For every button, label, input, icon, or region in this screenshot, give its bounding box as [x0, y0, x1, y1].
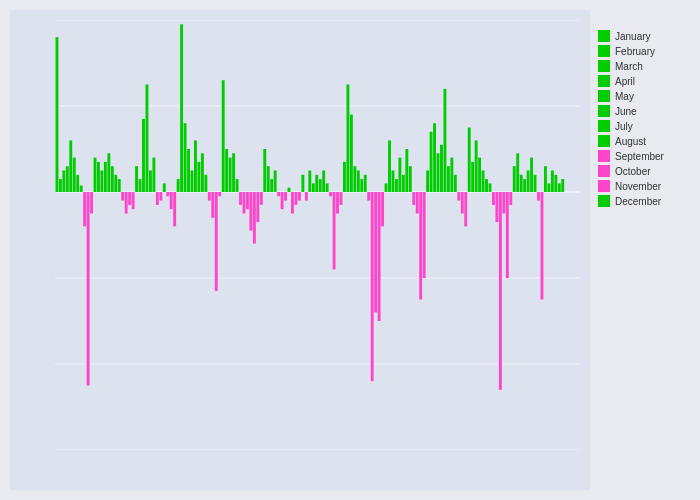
svg-rect-69	[229, 158, 232, 192]
legend-color-march	[598, 60, 610, 72]
legend-item-may: May	[598, 90, 690, 102]
svg-rect-21	[62, 171, 65, 193]
svg-rect-36	[114, 175, 117, 192]
svg-rect-30	[94, 158, 97, 192]
svg-rect-158	[537, 192, 540, 201]
svg-rect-76	[253, 192, 256, 244]
svg-rect-136	[461, 192, 464, 214]
svg-rect-165	[561, 179, 564, 192]
svg-rect-164	[558, 183, 561, 192]
chart-legend: January February March April May June	[590, 25, 690, 212]
svg-rect-132	[447, 166, 450, 192]
svg-rect-152	[516, 153, 519, 192]
svg-rect-113	[381, 192, 384, 226]
svg-rect-74	[246, 192, 249, 209]
svg-rect-150	[509, 192, 512, 205]
legend-label-october: October	[615, 166, 651, 177]
svg-rect-53	[173, 192, 176, 226]
svg-rect-161	[547, 183, 550, 192]
legend-label-may: May	[615, 91, 634, 102]
legend-label-april: April	[615, 76, 635, 87]
legend-color-october	[598, 165, 610, 177]
svg-rect-159	[541, 192, 544, 300]
svg-rect-81	[270, 179, 273, 192]
svg-rect-115	[388, 140, 391, 192]
svg-rect-106	[357, 171, 360, 193]
svg-rect-94	[315, 175, 318, 192]
legend-label-september: September	[615, 151, 664, 162]
svg-rect-61	[201, 153, 204, 192]
svg-rect-23	[69, 140, 72, 192]
svg-rect-95	[319, 179, 322, 192]
svg-rect-137	[464, 192, 467, 226]
legend-color-september	[598, 150, 610, 162]
bar-chart-svg: 4 2 0 −2 −4	[55, 20, 580, 450]
svg-rect-50	[163, 183, 166, 192]
svg-rect-49	[159, 192, 162, 201]
svg-rect-51	[166, 192, 169, 196]
svg-rect-54	[177, 179, 180, 192]
svg-rect-32	[100, 171, 103, 193]
legend-color-february	[598, 45, 610, 57]
svg-rect-98	[329, 192, 332, 196]
svg-rect-90	[301, 175, 304, 192]
svg-rect-111	[374, 192, 377, 312]
svg-rect-63	[208, 192, 211, 201]
legend-item-january: January	[598, 30, 690, 42]
svg-rect-46	[149, 171, 152, 193]
svg-rect-143	[485, 179, 488, 192]
svg-rect-114	[385, 183, 388, 192]
svg-rect-153	[520, 175, 523, 192]
legend-item-october: October	[598, 165, 690, 177]
svg-rect-72	[239, 192, 242, 205]
svg-rect-107	[360, 179, 363, 192]
svg-rect-145	[492, 192, 495, 205]
legend-item-november: November	[598, 180, 690, 192]
grid-area: 4 2 0 −2 −4	[55, 20, 580, 450]
svg-rect-117	[395, 179, 398, 192]
legend-item-july: July	[598, 120, 690, 132]
svg-rect-133	[450, 158, 453, 192]
legend-label-february: February	[615, 46, 655, 57]
svg-rect-139	[471, 162, 474, 192]
svg-rect-56	[184, 123, 187, 192]
svg-rect-89	[298, 192, 301, 201]
svg-rect-128	[433, 123, 436, 192]
svg-rect-144	[489, 183, 492, 192]
svg-rect-62	[204, 175, 207, 192]
svg-rect-147	[499, 192, 502, 390]
legend-color-december	[598, 195, 610, 207]
svg-rect-125	[423, 192, 426, 278]
svg-rect-96	[322, 171, 325, 193]
svg-rect-27	[83, 192, 86, 226]
legend-label-june: June	[615, 106, 637, 117]
svg-rect-121	[409, 166, 412, 192]
svg-rect-52	[170, 192, 173, 209]
svg-rect-109	[367, 192, 370, 201]
svg-rect-59	[194, 140, 197, 192]
legend-label-july: July	[615, 121, 633, 132]
svg-rect-149	[506, 192, 509, 278]
svg-rect-28	[87, 192, 90, 386]
legend-color-january	[598, 30, 610, 42]
svg-rect-31	[97, 162, 100, 192]
svg-rect-142	[482, 171, 485, 193]
svg-rect-29	[90, 192, 93, 214]
svg-rect-116	[392, 171, 395, 193]
legend-color-august	[598, 135, 610, 147]
svg-rect-157	[534, 175, 537, 192]
svg-rect-108	[364, 175, 367, 192]
svg-rect-84	[281, 192, 284, 209]
legend-label-november: November	[615, 181, 661, 192]
svg-rect-88	[295, 192, 298, 205]
svg-rect-134	[454, 175, 457, 192]
svg-rect-60	[197, 162, 200, 192]
legend-item-december: December	[598, 195, 690, 207]
legend-item-february: February	[598, 45, 690, 57]
svg-rect-38	[121, 192, 124, 201]
svg-rect-160	[544, 166, 547, 192]
svg-rect-119	[402, 175, 405, 192]
svg-rect-86	[288, 188, 291, 192]
svg-rect-123	[416, 192, 419, 214]
chart-wrapper: 4 2 0 −2 −4	[10, 10, 690, 490]
